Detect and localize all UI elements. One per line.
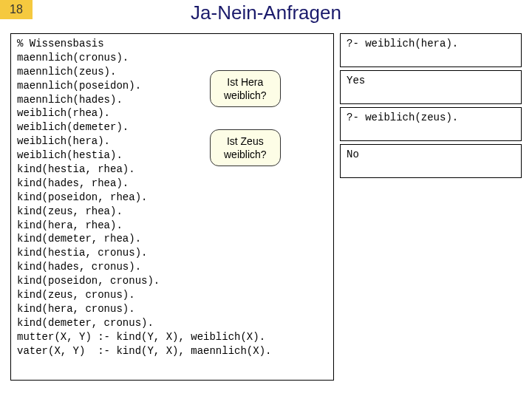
result-1: Yes	[340, 70, 522, 104]
callout-hera: Ist Hera weiblich?	[210, 70, 281, 107]
query-1: ?- weiblich(hera).	[340, 33, 522, 67]
slide-title: Ja-Nein-Anfragen	[0, 1, 532, 24]
slide-content: % Wissensbasis maennlich(cronus). maennl…	[10, 33, 522, 389]
callout-zeus: Ist Zeus weiblich?	[210, 129, 281, 166]
knowledge-base-code: % Wissensbasis maennlich(cronus). maennl…	[10, 33, 334, 381]
callout-text: weiblich?	[224, 89, 267, 101]
query-2: ?- weiblich(zeus).	[340, 107, 522, 141]
callout-text: Ist Hera	[227, 76, 263, 88]
result-2: No	[340, 144, 522, 178]
slide-header: 18 Ja-Nein-Anfragen	[0, 0, 532, 30]
callout-text: weiblich?	[224, 149, 267, 160]
callout-text: Ist Zeus	[227, 135, 264, 147]
